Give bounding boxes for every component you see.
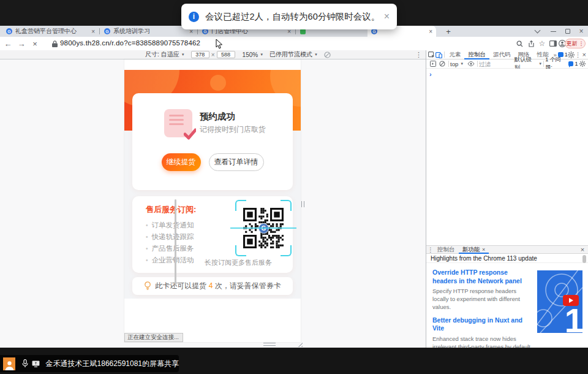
window-minimize-icon[interactable]	[549, 28, 557, 35]
qr-caption: 长按订阅更多售后服务	[205, 258, 272, 267]
site-favicon-icon: G	[6, 28, 12, 34]
window-menu-icon[interactable]	[533, 28, 541, 35]
bookmark-star-icon[interactable]: ☆	[537, 39, 547, 48]
whats-new-desc: Specify HTTP response headers locally to…	[432, 288, 534, 311]
receipt-check-icon	[164, 109, 192, 137]
chevron-down-icon: ▼	[260, 53, 263, 56]
site-favicon-icon: G	[104, 28, 110, 34]
desktop-bottom-bar: 金禾通技术王斌18662591081的屏幕共享	[0, 348, 588, 374]
issues-icon	[568, 61, 574, 66]
viewport-resize-corner[interactable]	[296, 341, 303, 347]
window-maximize-icon[interactable]	[564, 28, 572, 35]
stop-loading-icon[interactable]: ×	[29, 38, 40, 49]
tab-separator	[99, 28, 100, 34]
tab-close-icon[interactable]: ×	[88, 28, 95, 35]
mobile-viewport: 预约成功 记得按时到门店取货 继续提货 查看订单详情 售后服务订阅: 订单发货通…	[124, 59, 301, 342]
continue-pickup-button[interactable]: 继续提货	[162, 153, 201, 171]
qr-code[interactable]: G	[235, 200, 292, 256]
toolbar-more-icon[interactable]: ⋮	[415, 51, 422, 59]
page-scrollbar[interactable]	[175, 199, 176, 285]
whats-new-link[interactable]: Better debugging in Nuxt and Vite	[432, 316, 534, 333]
emulation-background: 预约成功 记得按时到门店取货 继续提货 查看订单详情 售后服务订阅: 订单发货通…	[0, 59, 426, 348]
success-subtitle: 记得按时到门店取货	[200, 124, 266, 135]
console-sidebar-icon[interactable]	[428, 59, 438, 69]
screen-share-label: 金禾通技术王斌18662591081的屏幕共享	[46, 359, 179, 369]
eye-icon[interactable]	[466, 59, 476, 69]
console-settings-gear-icon[interactable]	[578, 59, 588, 69]
side-panel-icon[interactable]	[548, 39, 558, 48]
lightbulb-icon	[144, 281, 151, 291]
drawer-tab-console[interactable]: 控制台	[434, 245, 459, 254]
view-order-button[interactable]: 查看订单详情	[209, 153, 264, 171]
drawer-close-icon[interactable]: ×	[578, 245, 587, 254]
device-size-select[interactable]: 尺寸: 自适应 ▼	[145, 50, 185, 59]
rotate-disabled-icon[interactable]	[324, 52, 331, 58]
forward-icon[interactable]: →	[16, 38, 27, 49]
new-tab-button[interactable]: +	[443, 26, 453, 36]
pickup-tip-card: 此卡还可以提货 4 次，请妥善保管券卡	[132, 277, 293, 295]
drawer-tab-close-icon[interactable]: ×	[482, 246, 485, 253]
console-prompt-icon: ›	[429, 71, 432, 78]
times-label: ×	[211, 52, 215, 58]
subscribe-item: 产品售后服务	[146, 243, 194, 254]
tab-gift-admin[interactable]: G 礼盒营销平台管理中心 ×	[2, 26, 99, 37]
zoom-select[interactable]: 150% ▼	[243, 52, 264, 58]
subscribe-item: 企业营销活动	[146, 254, 194, 266]
device-toolbar-toggle-icon[interactable]	[435, 50, 443, 59]
chevron-down-icon: ▼	[460, 62, 464, 66]
check-icon	[184, 128, 196, 140]
tab-close-icon[interactable]: ×	[425, 28, 432, 35]
microphone-icon[interactable]	[20, 359, 30, 368]
mouse-cursor	[216, 39, 223, 49]
toast-message: 会议已超过2人，自动转为60分钟限时会议。	[205, 11, 380, 23]
subscribe-item: 快递轨迹跟踪	[146, 231, 194, 243]
whats-new-header: Highlights from the Chrome 113 update	[426, 254, 588, 263]
screen-share-indicator[interactable]: 金禾通技术王斌18662591081的屏幕共享	[0, 355, 179, 372]
info-icon: i	[189, 12, 199, 22]
devtools-scrollbar[interactable]	[582, 255, 586, 263]
meeting-toast: i 会议已超过2人，自动转为60分钟限时会议。 ×	[181, 4, 397, 29]
back-icon[interactable]: ←	[2, 38, 13, 49]
success-title: 预约成功	[200, 111, 235, 123]
toast-close-icon[interactable]: ×	[384, 11, 390, 22]
whats-new-desc: Enhanced stack trace now hides irrelevan…	[432, 335, 534, 348]
viewport-resize-handle-bottom[interactable]	[263, 343, 276, 346]
devtools-close-icon[interactable]: ×	[581, 50, 587, 59]
devtools-tab-console[interactable]: 控制台	[464, 50, 489, 59]
share-icon[interactable]	[526, 39, 536, 48]
search-icon[interactable]	[514, 39, 524, 48]
tab-title: 系统培训学习	[113, 27, 150, 36]
whats-new-panel: Override HTTP response headers in the Ne…	[426, 263, 588, 348]
drawer-tab-whats-new[interactable]: 新功能 ×	[459, 245, 489, 254]
url-address[interactable]: 9800ys.th28.cn/r.do?c=8385889075578462	[60, 39, 200, 47]
console-output-area[interactable]: ›	[426, 69, 588, 245]
whats-new-link[interactable]: Override HTTP response headers in the Ne…	[432, 269, 534, 285]
devtools-tab-elements[interactable]: 元素	[445, 50, 464, 59]
screen-share-icon	[31, 359, 41, 368]
presenter-avatar	[3, 357, 15, 370]
after-sales-subscribe-card: 售后服务订阅: 订单发货通知 快递轨迹跟踪 产品售后服务 企业营销活动 G 长按	[132, 196, 293, 273]
drawer-more-icon[interactable]: ⋮	[428, 245, 434, 254]
devtools-drawer-tab-bar: ⋮ 控制台 新功能 × ×	[426, 245, 588, 254]
console-filter-input[interactable]	[479, 61, 514, 67]
viewport-resize-handle-right[interactable]	[301, 201, 304, 207]
chevron-down-icon: ▼	[538, 62, 542, 66]
subscribe-item: 订单发货通知	[146, 219, 194, 231]
clear-console-icon[interactable]	[438, 59, 448, 69]
browser-toolbar: ← → × 9800ys.th28.cn/r.do?c=838588907557…	[0, 37, 588, 50]
connection-status: 正在建立安全连接...	[124, 333, 183, 342]
subscribe-list: 订单发货通知 快递轨迹跟踪 产品售后服务 企业营销活动	[146, 219, 194, 266]
tab-title: 礼盒营销平台管理中心	[15, 27, 77, 36]
console-context-select[interactable]: top ▼	[450, 61, 464, 67]
chrome-update-button[interactable]: 更新⋮	[565, 39, 586, 48]
device-emulation-toolbar: 尺寸: 自适应 ▼ × 150% ▼ 已停用节流模式 ▼ ⋮	[0, 50, 426, 59]
inspect-element-icon[interactable]	[428, 50, 435, 59]
window-close-icon[interactable]: ×	[577, 28, 586, 35]
viewport-height-input[interactable]	[217, 51, 235, 58]
viewport-width-input[interactable]	[191, 51, 209, 58]
devtools-tab-sources[interactable]: 源代码	[489, 50, 514, 59]
devtools-panel: 元素 控制台 源代码 网络 性能 » 1 ⋮ ×	[426, 50, 588, 348]
throttle-select[interactable]: 已停用节流模式 ▼	[270, 50, 318, 59]
whats-new-video-thumbnail[interactable]: 1	[537, 270, 582, 333]
qr-scanline	[230, 227, 296, 229]
